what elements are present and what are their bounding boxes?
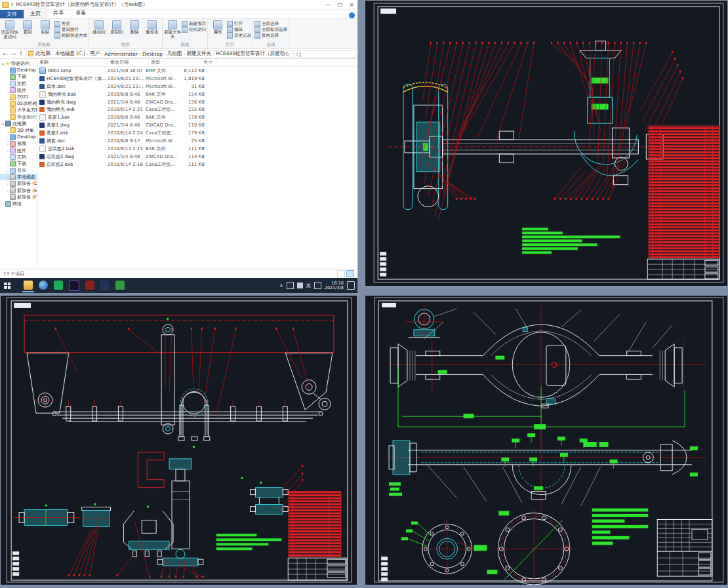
sidebar-item[interactable]: ∨此电脑 [0, 121, 37, 127]
sidebar-item[interactable]: ›文档 [0, 154, 37, 161]
sidebar-item[interactable]: 图片 [0, 87, 37, 94]
icons-view-toggle[interactable] [346, 270, 354, 277]
taskbar-app-icon-purple[interactable] [69, 281, 79, 291]
breadcrumb-item[interactable]: 本地磁盘 (C:) [55, 50, 85, 57]
up-icon[interactable]: ↑ [18, 50, 24, 57]
sidebar-item[interactable]: 毕业设计文件 [0, 114, 37, 121]
sidebar-item[interactable]: 下载 [0, 73, 37, 80]
tab-查看[interactable]: 查看 [70, 9, 92, 17]
tray-expand-icon[interactable]: ∧ [279, 283, 283, 288]
sidebar-item[interactable]: ›下载 [0, 161, 37, 167]
file-row[interactable]: 我的桥壳.exb2010/8/14 2:21Caxa工程图文档155 KB [37, 106, 357, 113]
file-row[interactable]: 总装图2.dwg2021/3/4 8:48ZWCAD Drawing114 KB [37, 153, 357, 161]
sidebar-item[interactable]: Desktop [0, 67, 37, 73]
column-header[interactable]: 名称 [37, 59, 108, 66]
ribbon-button[interactable]: 重命名 [144, 20, 161, 35]
tab-file[interactable]: 文件 [0, 10, 24, 18]
ribbon-button[interactable]: 复制路径 [54, 27, 87, 32]
file-row[interactable]: 0001.bmp2021/3/8 16:01BMP 文件8,112 KB [37, 67, 357, 75]
sidebar-item[interactable]: ›3D 对象 [0, 127, 37, 134]
file-row[interactable]: 我的桥壳.bak2010/8/8 9:46BAK 文件154 KB [37, 90, 357, 98]
file-row[interactable]: 悬架1.dwg2021/3/4 8:48ZWCAD Drawing110 KB [37, 121, 357, 129]
tab-共享[interactable]: 共享 [47, 9, 70, 17]
breadcrumb-item[interactable]: HC6440轻型货车设计（后驱动桥与悬架设计）（含exb图） [216, 50, 285, 57]
sidebar-item[interactable]: 新加卷 (F:) [0, 194, 37, 201]
sidebar-item[interactable]: 大学生方程式赛车设计 [0, 107, 37, 113]
notification-center-icon[interactable] [347, 281, 355, 290]
file-row[interactable]: 我的桥壳.dwg2021/3/4 8:48ZWCAD Drawing156 KB [37, 98, 357, 106]
list-view-toggle[interactable] [337, 270, 345, 277]
taskbar-app-icon-lightgreen[interactable] [115, 281, 125, 290]
sidebar-item[interactable]: ›图片 [0, 147, 37, 153]
maximize-button[interactable]: □ [334, 2, 346, 8]
taskbar-app-icon-dark[interactable] [100, 281, 110, 290]
sidebar-item[interactable]: ›Desktop [0, 134, 37, 140]
ribbon-button[interactable]: 编辑 [227, 27, 251, 32]
file-row[interactable]: 目录.doc2014/8/21 23:10Microsoft Word 文档31… [37, 83, 357, 90]
ribbon-button[interactable]: 打开 [227, 21, 251, 26]
refresh-icon[interactable]: ↻ [285, 51, 290, 57]
sidebar-item[interactable]: ›音乐 [0, 167, 37, 174]
ribbon-button[interactable]: 历史记录 [227, 33, 251, 38]
ribbon-button[interactable]: 全部取消选择 [254, 27, 287, 32]
breadcrumb-item[interactable]: 用户 [90, 50, 100, 57]
breadcrumb-item[interactable]: 新建文件夹 [186, 50, 211, 57]
breadcrumb-item[interactable]: Administrator [104, 51, 138, 57]
ribbon-button[interactable]: 移动到 [91, 20, 108, 35]
file-row[interactable]: 摘要.doc2010/8/8 9:17Microsoft Word 文档25 K… [37, 137, 357, 145]
file-row[interactable]: 悬架1.bak2010/8/8 9:46BAK 文件178 KB [37, 113, 357, 121]
file-row[interactable]: 悬架1.exb2010/8/14 2:24Caxa工程图文档179 KB [37, 129, 357, 137]
tab-主页[interactable]: 主页 [24, 9, 47, 18]
breadcrumb-item[interactable]: Desktop [142, 51, 163, 57]
ribbon-button[interactable]: 粘贴 [37, 20, 54, 35]
quick-access-toolbar[interactable]: ∨ [0, 2, 16, 8]
start-button[interactable] [0, 278, 14, 293]
file-row[interactable]: 总装图2.bak2010/8/14 2:15BAK 文件111 KB [37, 145, 357, 153]
column-header[interactable]: 大小 [184, 59, 217, 66]
sidebar-item[interactable]: ›本地磁盘 (C:) [0, 174, 37, 180]
ribbon-button[interactable]: 剪切 [54, 21, 87, 26]
sidebar-item[interactable]: ›新加卷 (E:) [0, 187, 37, 194]
ribbon-button[interactable]: 粘贴快捷方式 [54, 33, 87, 38]
ribbon-button[interactable]: 复制 [19, 20, 36, 35]
back-icon[interactable]: ← [2, 50, 9, 57]
sidebar-item[interactable]: ›网络 [0, 201, 37, 207]
close-button[interactable]: × [346, 2, 357, 8]
breadcrumb[interactable]: 此电脑›本地磁盘 (C:)›用户›Administrator›Desktop›凡… [26, 50, 293, 58]
input-language-indicator[interactable]: 英 [306, 283, 311, 289]
search-input[interactable] [294, 50, 355, 58]
ribbon-button[interactable]: 删除 [126, 20, 143, 35]
taskbar-browser-icon[interactable] [39, 281, 48, 290]
sidebar-item[interactable]: 文档 [0, 81, 37, 87]
ribbon-button[interactable]: 新建文件夹 [164, 20, 181, 39]
ribbon-button[interactable]: 全部选择 [254, 21, 287, 26]
ribbon-button-icon [5, 20, 14, 29]
speaker-icon[interactable] [297, 283, 303, 288]
sidebar-item[interactable]: ›新加卷 (D:) [0, 180, 37, 187]
sidebar-item[interactable]: 2021 [0, 94, 37, 100]
column-header[interactable]: 修改日期 [108, 59, 149, 66]
ribbon-button[interactable]: 轻松访问 [182, 27, 206, 32]
breadcrumb-item[interactable]: 凡勘图 [167, 50, 182, 57]
ribbon-button[interactable]: 复制到 [108, 20, 125, 35]
ribbon-button[interactable]: 反向选择 [254, 33, 287, 38]
column-header[interactable]: 类型 [149, 59, 184, 66]
taskbar-file-explorer-icon[interactable] [24, 281, 33, 290]
help-icon[interactable] [349, 12, 355, 18]
ribbon-button[interactable]: 新建项目 [182, 21, 206, 26]
taskbar-app-icon-green[interactable] [54, 281, 63, 290]
ribbon-button[interactable]: 固定到快速访问 [1, 20, 18, 39]
sidebar-item[interactable]: ∨快速访问 [0, 60, 37, 67]
taskbar-app-icon-red[interactable] [85, 281, 94, 290]
minimize-button[interactable]: — [322, 2, 334, 8]
file-row[interactable]: 总装图2.exb2010/8/14 2:16Caxa工程图文档111 KB [37, 161, 357, 168]
tray-document-icon[interactable] [314, 282, 321, 289]
breadcrumb-item[interactable]: 此电脑 [35, 50, 51, 57]
sidebar-item[interactable]: ›视频 [0, 140, 37, 147]
clock[interactable]: 16:16 2021/3/8 [325, 281, 344, 290]
file-row[interactable]: HC6440轻型货车设计（后驱动桥与悬...2014/8/21 23:11Mic… [37, 75, 357, 83]
ribbon-button[interactable]: 属性 [209, 20, 226, 35]
forward-icon[interactable]: → [10, 50, 16, 57]
tray-device-icon[interactable] [287, 282, 294, 289]
sidebar-item[interactable]: 05课程相关文件·资料 [0, 100, 37, 107]
